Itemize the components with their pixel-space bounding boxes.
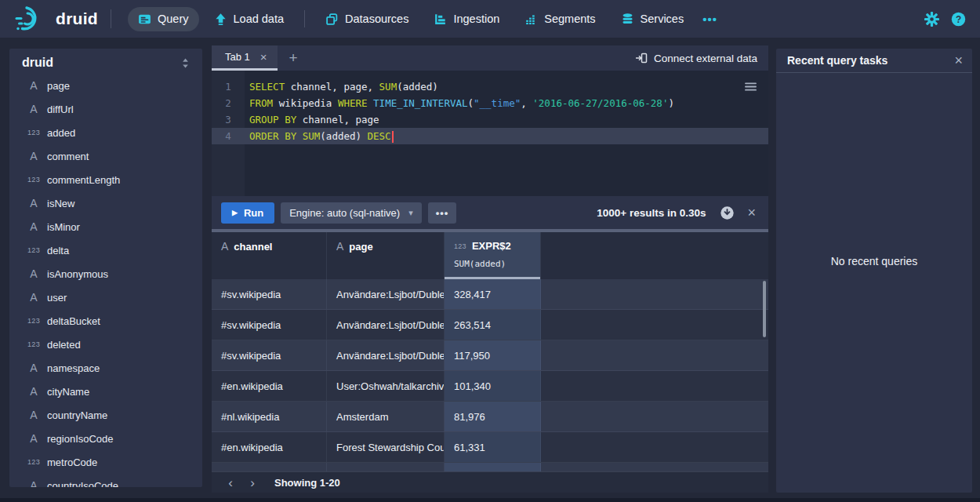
run-button[interactable]: ▶ Run — [221, 202, 274, 224]
editor-menu-icon[interactable] — [744, 80, 757, 93]
nav-item-ingestion[interactable]: Ingestion — [423, 7, 510, 31]
table-cell[interactable]: Användare:Lsjbot/Duble — [327, 279, 445, 309]
table-cell[interactable]: 117,950 — [445, 340, 541, 370]
table-cell[interactable] — [445, 463, 541, 471]
sidebar-column-isAnonymous[interactable]: AisAnonymous — [9, 262, 202, 286]
table-cell[interactable]: 328,417 — [445, 279, 541, 309]
previous-page-button[interactable]: ‹ — [220, 473, 241, 493]
table-row: #en.wikipediaForest Stewardship Cou61,33… — [212, 432, 768, 463]
sidebar-column-page[interactable]: Apage — [9, 74, 202, 97]
load-data-icon — [214, 13, 227, 26]
table-cell[interactable]: 81,976 — [445, 402, 541, 431]
download-results-icon[interactable] — [720, 206, 735, 220]
column-header-EXPR$2[interactable]: 123EXPR$2SUM(added) — [445, 232, 541, 279]
sidebar-column-isNew[interactable]: AisNew — [9, 191, 202, 215]
nav-more-button[interactable]: ••• — [696, 8, 724, 31]
tab-label: Tab 1 — [225, 51, 250, 63]
table-cell[interactable]: #sv.wikipedia — [212, 279, 327, 309]
nav-item-segments[interactable]: Segments — [514, 7, 605, 31]
table-cell[interactable]: #sv.wikipedia — [212, 340, 327, 370]
table-cell-filler — [541, 371, 768, 401]
column-name: deltaBucket — [47, 315, 100, 327]
code-text: GROUP BY channel, page — [245, 111, 379, 128]
table-cell[interactable]: Forest Stewardship Cou — [327, 432, 445, 462]
settings-gear-icon[interactable] — [924, 12, 939, 27]
sidebar-column-user[interactable]: Auser — [9, 286, 202, 309]
sidebar-column-added[interactable]: 123added — [9, 121, 202, 144]
next-page-button[interactable]: › — [241, 473, 263, 493]
column-name: isAnonymous — [47, 268, 108, 280]
druid-logo[interactable]: druid — [14, 5, 98, 33]
code-line-4[interactable]: 4ORDER BY SUM(added) DESC — [212, 128, 768, 144]
table-cell[interactable]: Användare:Lsjbot/Duble — [327, 310, 445, 340]
sidebar-column-delta[interactable]: 123delta — [9, 238, 202, 262]
code-line-1[interactable]: 1SELECT channel, page, SUM(added) — [212, 78, 768, 95]
sidebar-column-namespace[interactable]: Anamespace — [9, 356, 202, 380]
column-header-label: page — [349, 241, 372, 253]
query-more-button[interactable]: ••• — [428, 202, 457, 224]
double-caret-sort-icon[interactable] — [180, 57, 191, 69]
sidebar-column-regionIsoCode[interactable]: AregionIsoCode — [9, 427, 202, 450]
sidebar-column-diffUrl[interactable]: AdiffUrl — [9, 97, 202, 121]
sidebar-column-metroCode[interactable]: 123metroCode — [9, 450, 202, 474]
sql-editor[interactable]: 1SELECT channel, page, SUM(added)2FROM w… — [212, 71, 768, 196]
logo-divider — [111, 9, 111, 28]
tab-close-icon[interactable]: × — [260, 50, 267, 64]
table-cell[interactable]: 263,514 — [445, 310, 541, 340]
nav-item-query[interactable]: Query — [128, 7, 199, 31]
table-cell-filler — [541, 340, 768, 370]
table-cell[interactable] — [327, 463, 445, 471]
table-cell[interactable]: Användare:Lsjbot/Duble — [327, 340, 445, 370]
nav-item-datasources[interactable]: Datasources — [315, 7, 419, 31]
results-header-row: AchannelApage123EXPR$2SUM(added) — [212, 232, 768, 279]
column-header-channel[interactable]: Achannel — [212, 232, 327, 279]
table-row: #nl.wikipediaAmsterdam81,976 — [212, 402, 768, 432]
table-cell[interactable] — [212, 463, 327, 471]
clear-results-icon[interactable]: × — [746, 205, 757, 221]
column-header-page[interactable]: Apage — [327, 232, 445, 279]
sidebar-column-countryName[interactable]: AcountryName — [9, 403, 202, 427]
sidebar-column-cityName[interactable]: AcityName — [9, 380, 202, 403]
table-cell[interactable]: #en.wikipedia — [212, 432, 327, 462]
sidebar-column-deltaBucket[interactable]: 123deltaBucket — [9, 309, 202, 333]
code-line-2[interactable]: 2FROM wikipedia WHERE TIME_IN_INTERVAL("… — [212, 95, 768, 111]
nav-item-label: Services — [641, 13, 684, 25]
table-cell[interactable]: Amsterdam — [327, 402, 445, 431]
sidebar-column-deleted[interactable]: 123deleted — [9, 333, 202, 356]
string-type-icon: A — [22, 385, 45, 398]
table-cell-filler — [541, 402, 768, 431]
string-type-icon: A — [22, 79, 45, 92]
engine-select[interactable]: Engine: auto (sql-native) ▾ — [281, 202, 421, 224]
sidebar-column-commentLength[interactable]: 123commentLength — [9, 168, 202, 191]
table-cell[interactable]: #sv.wikipedia — [212, 310, 327, 340]
table-scrollbar[interactable] — [763, 281, 766, 337]
table-cell[interactable]: #en.wikipedia — [212, 371, 327, 401]
string-type-icon: A — [221, 240, 228, 253]
nav-item-load-data[interactable]: Load data — [204, 7, 295, 31]
tab-query-1[interactable]: Tab 1 × — [212, 45, 278, 71]
window-bottom-edge — [0, 498, 980, 502]
nav-item-label: Query — [158, 13, 189, 25]
nav-item-services[interactable]: Services — [611, 7, 695, 31]
sidebar-column-comment[interactable]: Acomment — [9, 144, 202, 168]
table-cell[interactable]: 101,340 — [445, 371, 541, 401]
sidebar-column-countryIsoCode[interactable]: AcountryIsoCode — [9, 474, 202, 487]
table-cell[interactable]: User:Oshwah/talkarchiv — [327, 371, 445, 401]
table-cell[interactable]: 61,331 — [445, 432, 541, 462]
query-panel: Tab 1 × + Connect external data 1SELECT … — [212, 45, 768, 493]
nav-item-label: Ingestion — [453, 13, 499, 25]
tasks-panel-close-icon[interactable]: × — [954, 53, 963, 69]
connect-external-data-button[interactable]: Connect external data — [635, 52, 768, 64]
table-cell-filler — [541, 279, 768, 309]
nav-divider — [304, 10, 305, 27]
tasks-panel-title: Recent query tasks — [787, 54, 954, 67]
new-tab-button[interactable]: + — [289, 49, 298, 67]
code-line-3[interactable]: 3GROUP BY channel, page — [212, 111, 768, 128]
nav-item-label: Segments — [544, 13, 595, 25]
column-name: commentLength — [47, 174, 120, 186]
number-type-icon: 123 — [454, 242, 466, 250]
line-number: 2 — [212, 95, 245, 111]
table-cell[interactable]: #nl.wikipedia — [212, 402, 327, 431]
sidebar-column-isMinor[interactable]: AisMinor — [9, 215, 202, 238]
help-icon[interactable]: ? — [951, 12, 966, 27]
